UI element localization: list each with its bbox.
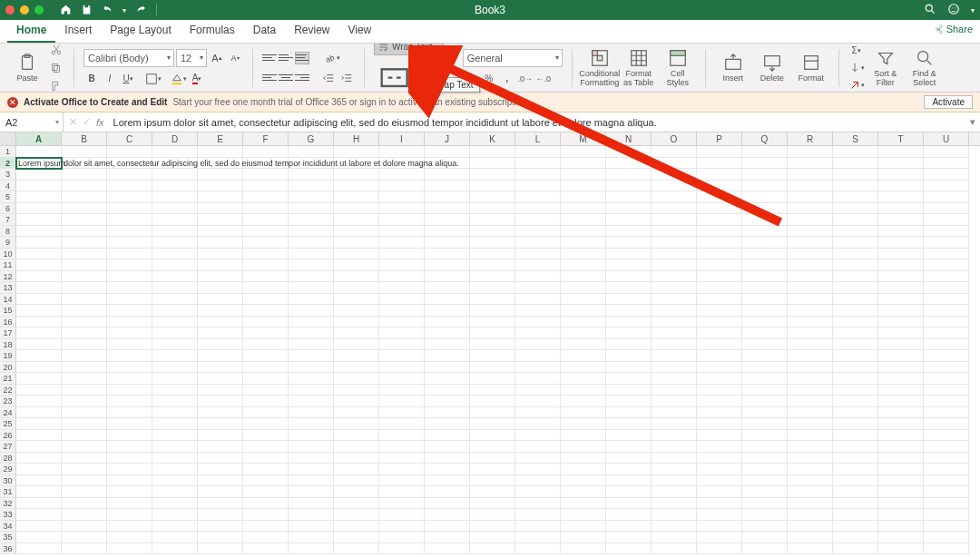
cell[interactable]	[470, 521, 515, 533]
cell[interactable]	[425, 191, 470, 203]
cell[interactable]	[425, 486, 470, 498]
cell[interactable]	[697, 396, 742, 407]
tab-formulas[interactable]: Formulas	[181, 20, 244, 43]
border-icon[interactable]: ▾	[145, 71, 162, 87]
cell[interactable]	[515, 169, 561, 181]
cell[interactable]	[198, 249, 243, 260]
cell[interactable]	[152, 282, 198, 294]
cell[interactable]	[470, 317, 515, 328]
cell[interactable]	[425, 350, 470, 362]
cell[interactable]	[606, 146, 652, 158]
italic-icon[interactable]: I	[102, 71, 118, 87]
cell[interactable]	[515, 249, 561, 260]
cell[interactable]	[243, 249, 289, 260]
cell[interactable]	[606, 498, 652, 510]
cell[interactable]	[425, 543, 470, 555]
cell[interactable]	[334, 237, 379, 249]
cell[interactable]	[334, 464, 379, 475]
cell[interactable]	[243, 441, 289, 453]
search-icon[interactable]	[924, 3, 936, 17]
cell[interactable]	[198, 181, 243, 192]
cell[interactable]	[289, 486, 334, 498]
cell[interactable]	[742, 191, 788, 203]
row-header[interactable]: 4	[0, 181, 16, 192]
cell[interactable]	[924, 146, 969, 158]
cell[interactable]	[515, 181, 561, 192]
cell[interactable]	[16, 317, 62, 328]
cell[interactable]	[289, 259, 334, 271]
cell[interactable]	[289, 362, 334, 374]
tab-home[interactable]: Home	[7, 20, 55, 43]
cell[interactable]	[152, 521, 198, 533]
cell[interactable]	[470, 543, 515, 555]
cell[interactable]	[788, 191, 833, 203]
cell[interactable]	[379, 203, 425, 215]
cell[interactable]	[152, 317, 198, 328]
row-header[interactable]: 9	[0, 237, 16, 249]
cell[interactable]	[606, 214, 652, 226]
cell[interactable]	[289, 282, 334, 294]
cell[interactable]	[697, 203, 742, 215]
cell[interactable]	[334, 362, 379, 374]
row-header[interactable]: 11	[0, 259, 16, 271]
cell[interactable]	[470, 249, 515, 260]
cell[interactable]	[152, 181, 198, 192]
cell[interactable]	[833, 305, 878, 317]
cell[interactable]	[62, 317, 107, 328]
cell[interactable]	[334, 543, 379, 555]
cell[interactable]	[697, 226, 742, 238]
cell[interactable]	[742, 237, 788, 249]
cell[interactable]	[425, 249, 470, 260]
cell[interactable]	[334, 385, 379, 396]
cell[interactable]	[152, 453, 198, 464]
cell-styles-button[interactable]: Cell Styles	[660, 46, 696, 90]
cell[interactable]	[788, 169, 833, 181]
cell[interactable]	[742, 350, 788, 362]
cell[interactable]	[652, 521, 697, 533]
cell[interactable]	[924, 305, 969, 317]
cell[interactable]	[606, 475, 652, 487]
cell[interactable]	[243, 259, 289, 271]
cell[interactable]	[16, 521, 62, 533]
cell[interactable]	[243, 521, 289, 533]
cell[interactable]	[16, 407, 62, 419]
tab-review[interactable]: Review	[285, 20, 338, 43]
fill-color-icon[interactable]: ▾	[171, 71, 187, 87]
cell[interactable]	[878, 441, 924, 453]
cell[interactable]	[924, 214, 969, 226]
cell[interactable]	[561, 396, 606, 407]
cell[interactable]	[697, 181, 742, 192]
cell[interactable]	[515, 271, 561, 283]
cell[interactable]	[379, 191, 425, 203]
cell[interactable]	[289, 237, 334, 249]
cell[interactable]	[788, 181, 833, 192]
cell[interactable]	[833, 146, 878, 158]
cell[interactable]	[606, 191, 652, 203]
cell[interactable]	[652, 339, 697, 351]
cell[interactable]	[334, 532, 379, 543]
cell[interactable]	[198, 259, 243, 271]
cell[interactable]	[152, 486, 198, 498]
cell[interactable]	[198, 464, 243, 475]
cell[interactable]	[515, 430, 561, 442]
conditional-formatting-button[interactable]: Conditional Formatting	[582, 46, 618, 90]
cell[interactable]	[107, 327, 152, 339]
cell[interactable]	[470, 169, 515, 181]
orientation-icon[interactable]: ab▾	[324, 50, 340, 66]
cell[interactable]	[107, 317, 152, 328]
column-header[interactable]: L	[515, 132, 561, 145]
cell[interactable]	[289, 498, 334, 510]
cell[interactable]	[742, 214, 788, 226]
cell[interactable]	[697, 327, 742, 339]
cell[interactable]	[425, 464, 470, 475]
cell[interactable]	[289, 339, 334, 351]
cell[interactable]	[62, 226, 107, 238]
cell[interactable]	[515, 294, 561, 306]
cell[interactable]	[243, 373, 289, 385]
cell[interactable]	[697, 350, 742, 362]
cell[interactable]	[16, 498, 62, 510]
cell[interactable]	[152, 249, 198, 260]
cell[interactable]	[198, 294, 243, 306]
cell[interactable]	[697, 498, 742, 510]
cell[interactable]	[742, 430, 788, 442]
